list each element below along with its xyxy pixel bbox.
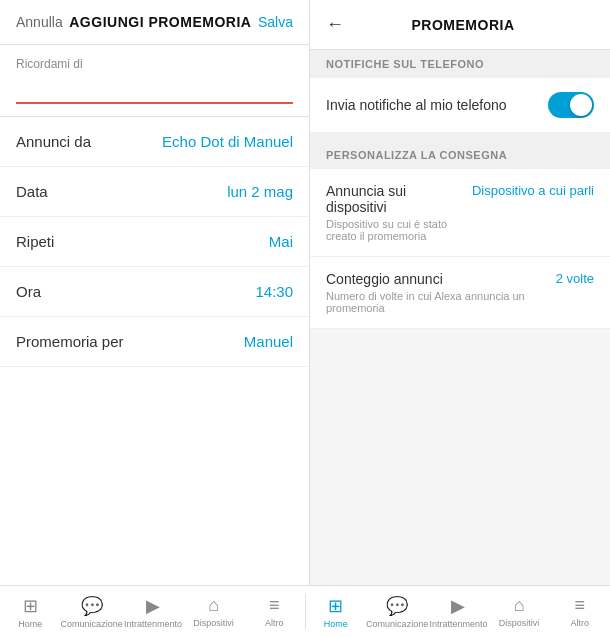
nav-devices-left[interactable]: ⌂ Dispositivi — [183, 586, 244, 637]
notifications-toggle-row: Invia notifiche al mio telefono — [310, 78, 610, 133]
time-label: Ora — [16, 283, 41, 300]
nav-home-right[interactable]: ⊞ Home — [306, 586, 367, 637]
announce-count-value: 2 volte — [556, 271, 594, 286]
communication-label-left: Comunicazione — [61, 619, 123, 629]
reminder-for-value: Manuel — [244, 333, 293, 350]
notifications-label: Invia notifiche al mio telefono — [326, 97, 507, 113]
reminder-for-label: Promemoria per — [16, 333, 124, 350]
home-label-right: Home — [324, 619, 348, 629]
repeat-label: Ripeti — [16, 233, 54, 250]
communication-icon-right: 💬 — [386, 595, 408, 617]
back-button[interactable]: ← — [326, 14, 344, 35]
nav-entertainment-right[interactable]: ▶ Intrattenmento — [428, 586, 489, 637]
reminder-input-section: Ricordami di — [0, 45, 309, 117]
left-nav: ⊞ Home 💬 Comunicazione ▶ Intrattenmento … — [0, 586, 305, 637]
announce-count-text: Conteggio annunci Numero di volte in cui… — [326, 271, 548, 314]
nav-more-right[interactable]: ≡ Altro — [549, 586, 610, 637]
time-value: 14:30 — [255, 283, 293, 300]
save-button[interactable]: Salva — [258, 14, 293, 30]
announce-devices-text: Annuncia sui dispositivi Dispositivo su … — [326, 183, 464, 242]
devices-label-left: Dispositivi — [193, 618, 234, 628]
more-label-right: Altro — [570, 618, 589, 628]
home-icon-left: ⊞ — [23, 595, 38, 617]
entertainment-label-left: Intrattenmento — [124, 619, 182, 629]
announce-devices-row[interactable]: Annuncia sui dispositivi Dispositivo su … — [310, 169, 610, 257]
reminder-for-row[interactable]: Promemoria per Manuel — [0, 317, 309, 367]
cancel-button[interactable]: Annulla — [16, 14, 63, 30]
nav-more-left[interactable]: ≡ Altro — [244, 586, 305, 637]
nav-communication-left[interactable]: 💬 Comunicazione — [61, 586, 123, 637]
announce-devices-desc: Dispositivo su cui è stato creato il pro… — [326, 218, 464, 242]
announce-count-row[interactable]: Conteggio annunci Numero di volte in cui… — [310, 257, 610, 329]
nav-entertainment-left[interactable]: ▶ Intrattenmento — [123, 586, 184, 637]
announce-from-row[interactable]: Annunci da Echo Dot di Manuel — [0, 117, 309, 167]
nav-communication-right[interactable]: 💬 Comunicazione — [366, 586, 428, 637]
more-icon-left: ≡ — [269, 595, 280, 616]
announce-devices-label: Annuncia sui dispositivi — [326, 183, 464, 215]
left-header: Annulla AGGIUNGI PROMEMORIA Salva — [0, 0, 309, 45]
toggle-knob — [570, 94, 592, 116]
input-underline — [16, 102, 293, 104]
date-label: Data — [16, 183, 48, 200]
nav-devices-right[interactable]: ⌂ Dispositivi — [489, 586, 550, 637]
date-value: lun 2 mag — [227, 183, 293, 200]
more-label-left: Altro — [265, 618, 284, 628]
home-label-left: Home — [18, 619, 42, 629]
reminder-input[interactable] — [16, 75, 293, 100]
notifications-section-header: NOTIFICHE SUL TELEFONO — [310, 50, 610, 78]
right-nav: ⊞ Home 💬 Comunicazione ▶ Intrattenmento … — [306, 586, 611, 637]
delivery-section-header: PERSONALIZZA LA CONSEGNA — [310, 141, 610, 169]
right-panel-title: PROMEMORIA — [356, 17, 570, 33]
devices-icon-left: ⌂ — [208, 595, 219, 616]
repeat-value: Mai — [269, 233, 293, 250]
time-row[interactable]: Ora 14:30 — [0, 267, 309, 317]
entertainment-icon-left: ▶ — [146, 595, 160, 617]
right-header: ← PROMEMORIA — [310, 0, 610, 50]
announce-devices-value: Dispositivo a cui parli — [472, 183, 594, 198]
announce-from-value: Echo Dot di Manuel — [162, 133, 293, 150]
repeat-row[interactable]: Ripeti Mai — [0, 217, 309, 267]
date-row[interactable]: Data lun 2 mag — [0, 167, 309, 217]
right-panel: ← PROMEMORIA NOTIFICHE SUL TELEFONO Invi… — [310, 0, 610, 585]
section-gap — [310, 133, 610, 141]
communication-icon-left: 💬 — [81, 595, 103, 617]
notifications-toggle[interactable] — [548, 92, 594, 118]
left-panel: Annulla AGGIUNGI PROMEMORIA Salva Ricord… — [0, 0, 310, 585]
reminder-input-label: Ricordami di — [16, 57, 293, 71]
announce-count-desc: Numero di volte in cui Alexa annuncia un… — [326, 290, 548, 314]
bottom-nav: ⊞ Home 💬 Comunicazione ▶ Intrattenmento … — [0, 585, 610, 637]
announce-from-label: Annunci da — [16, 133, 91, 150]
devices-icon-right: ⌂ — [514, 595, 525, 616]
announce-count-label: Conteggio annunci — [326, 271, 548, 287]
home-icon-right: ⊞ — [328, 595, 343, 617]
page-title: AGGIUNGI PROMEMORIA — [69, 14, 251, 30]
entertainment-label-right: Intrattenmento — [429, 619, 487, 629]
more-icon-right: ≡ — [574, 595, 585, 616]
communication-label-right: Comunicazione — [366, 619, 428, 629]
nav-home-left[interactable]: ⊞ Home — [0, 586, 61, 637]
devices-label-right: Dispositivi — [499, 618, 540, 628]
entertainment-icon-right: ▶ — [451, 595, 465, 617]
